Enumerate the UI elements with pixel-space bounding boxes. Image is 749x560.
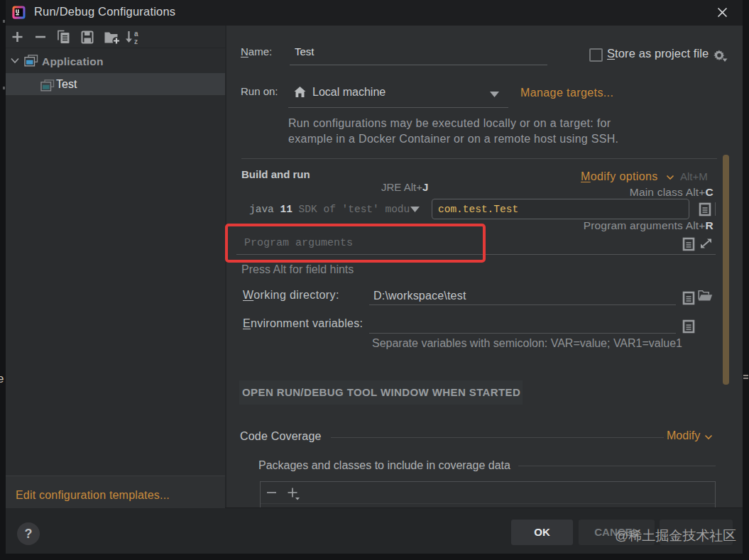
svg-text:z: z bbox=[134, 38, 138, 45]
svg-text:a: a bbox=[134, 30, 138, 38]
